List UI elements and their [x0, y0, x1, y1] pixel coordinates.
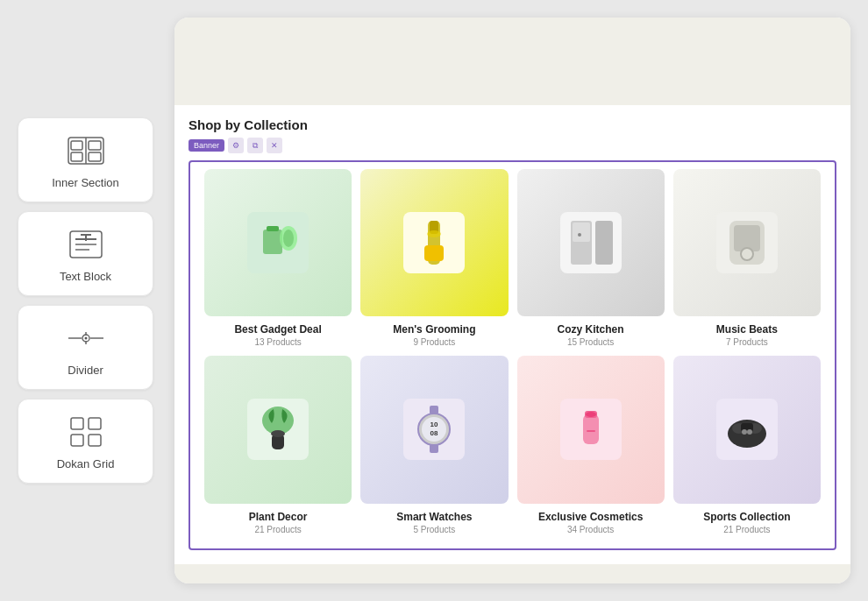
inner-section-icon: [67, 134, 105, 167]
collection-item[interactable]: 1008Smart Watches5 Products: [360, 356, 508, 534]
svg-point-63: [747, 429, 752, 435]
collection-name: Sports Collection: [703, 511, 790, 523]
svg-rect-2: [71, 141, 82, 150]
collection-item[interactable]: Exclusive Cosmetics34 Products: [517, 356, 665, 534]
tag-settings-icon[interactable]: ⚙: [228, 138, 244, 153]
collection-name: Best Gadget Deal: [234, 323, 321, 336]
svg-text:10: 10: [430, 421, 438, 428]
svg-rect-18: [71, 418, 83, 429]
collection-count: 13 Products: [254, 337, 301, 347]
widget-panel: Inner Section Text Block: [18, 117, 153, 484]
top-banner: [174, 18, 850, 105]
shop-title: Shop by Collection: [189, 117, 836, 132]
inner-section-label: Inner Section: [52, 176, 119, 189]
svg-rect-4: [89, 141, 101, 150]
svg-point-31: [427, 230, 441, 237]
svg-rect-29: [424, 245, 444, 261]
banner-tag-row: Banner ⚙ ⧉ ✕: [189, 138, 836, 153]
collection-image: [517, 356, 665, 503]
svg-point-62: [742, 429, 747, 435]
collection-item[interactable]: Music Beats7 Products: [673, 169, 821, 347]
svg-rect-5: [89, 152, 101, 161]
collection-count: 7 Products: [726, 337, 768, 347]
bottom-banner: [174, 564, 850, 584]
tag-duplicate-icon[interactable]: ⧉: [247, 138, 263, 153]
svg-rect-56: [587, 430, 595, 432]
shop-section-header: Shop by Collection Banner ⚙ ⧉ ✕: [174, 105, 850, 160]
collection-image: 1008: [360, 356, 508, 503]
collection-count: 21 Products: [254, 525, 301, 534]
svg-rect-23: [263, 230, 282, 254]
collection-image: [204, 169, 352, 316]
svg-point-36: [578, 233, 581, 237]
collection-item[interactable]: Men's Grooming9 Products: [360, 169, 508, 347]
collection-image: [673, 356, 821, 503]
svg-point-44: [271, 430, 285, 437]
collection-name: Exclusive Cosmetics: [538, 511, 643, 523]
collection-grid-wrapper: Best Gadget Deal13 ProductsMen's Groomin…: [189, 160, 836, 550]
collection-name: Music Beats: [716, 323, 778, 336]
collection-name: Cozy Kitchen: [558, 323, 624, 336]
svg-point-26: [283, 230, 294, 247]
svg-point-40: [741, 248, 753, 260]
svg-rect-24: [267, 226, 279, 231]
collection-count: 5 Products: [413, 525, 455, 534]
tag-delete-icon[interactable]: ✕: [267, 138, 282, 153]
text-block-label: Text Block: [60, 270, 111, 283]
widget-inner-section[interactable]: Inner Section: [18, 117, 153, 202]
collection-name: Men's Grooming: [393, 323, 475, 336]
collection-item[interactable]: Best Gadget Deal13 Products: [204, 169, 352, 347]
collection-item[interactable]: Cozy Kitchen15 Products: [517, 169, 665, 347]
collection-image: [673, 169, 821, 316]
collection-name: Smart Watches: [396, 511, 472, 523]
divider-label: Divider: [68, 364, 103, 377]
widget-divider[interactable]: Divider: [18, 305, 153, 390]
collection-image: [517, 169, 665, 316]
text-block-icon: [67, 228, 105, 261]
svg-rect-20: [71, 435, 83, 446]
collection-item[interactable]: Sports Collection21 Products: [673, 356, 821, 534]
banner-tag: Banner: [189, 139, 224, 152]
svg-rect-21: [89, 435, 101, 446]
collection-name: Plant Decor: [249, 511, 308, 523]
svg-rect-53: [583, 414, 599, 444]
svg-point-15: [84, 337, 87, 340]
collection-count: 9 Products: [413, 337, 455, 347]
svg-point-55: [586, 412, 596, 417]
preview-panel: Shop by Collection Banner ⚙ ⧉ ✕ Best Gad…: [174, 18, 850, 583]
collection-count: 15 Products: [567, 337, 614, 347]
divider-icon: [67, 322, 105, 355]
svg-rect-19: [89, 418, 101, 429]
collection-count: 21 Products: [723, 525, 770, 534]
svg-rect-3: [71, 152, 82, 161]
collection-image: [360, 169, 508, 316]
widget-text-block[interactable]: Text Block: [18, 211, 153, 296]
collection-item[interactable]: Plant Decor21 Products: [204, 356, 352, 534]
collection-grid: Best Gadget Deal13 ProductsMen's Groomin…: [204, 162, 821, 534]
dokan-grid-label: Dokan Grid: [57, 457, 115, 470]
collection-image: [204, 356, 352, 503]
svg-rect-34: [595, 221, 613, 265]
svg-rect-35: [573, 223, 590, 242]
svg-text:08: 08: [430, 429, 438, 437]
widget-dokan-grid[interactable]: Dokan Grid: [18, 399, 153, 484]
collection-count: 34 Products: [567, 525, 614, 534]
dokan-grid-icon: [67, 415, 105, 449]
